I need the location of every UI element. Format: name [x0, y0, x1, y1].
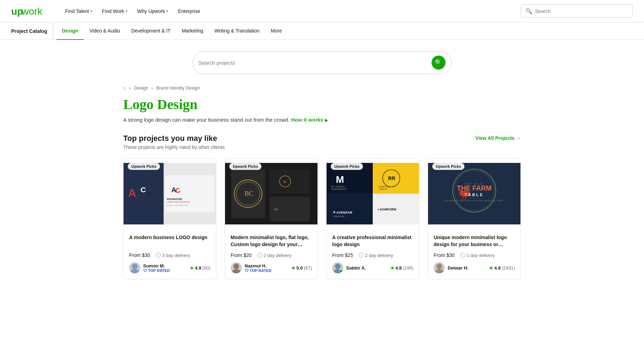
arrow-right-icon: ▶	[325, 118, 328, 123]
card-image: BC BC BC Upwork Picks	[225, 159, 317, 229]
avatar	[231, 262, 242, 273]
section-title: Top projects you may like	[123, 134, 225, 143]
header-search-bar[interactable]: 🔍	[521, 5, 633, 17]
page-description: A strong logo design can make your busin…	[123, 117, 521, 123]
header-search-input[interactable]	[535, 8, 628, 14]
star-icon: ★	[190, 265, 194, 271]
card-meta: From $25 i 2 day delivery	[332, 252, 413, 258]
svg-text:INVESTMENTS: INVESTMENTS	[331, 188, 346, 190]
breadcrumb-home[interactable]: ⌂	[123, 85, 126, 91]
card-meta: From $30 i 1 day delivery	[434, 252, 515, 258]
card-footer: Delwar H. ★ 4.8 (2431)	[434, 262, 515, 273]
seller-name: Delwar H.	[448, 265, 486, 271]
svg-point-26	[233, 264, 239, 269]
catalog-label: Project Catalog	[11, 23, 54, 40]
top-rated-badge: 🛡 TOP RATED	[245, 268, 288, 273]
main-content: 🔍 ⌂ » Design » Brand Identity Design Log…	[112, 40, 532, 291]
card-price: From $20	[231, 252, 252, 258]
svg-point-14	[132, 264, 138, 269]
svg-text:work: work	[21, 6, 43, 17]
section-header: Top projects you may like These projects…	[123, 134, 521, 150]
breadcrumb-design[interactable]: Design	[134, 85, 148, 91]
star-icon: ★	[390, 265, 394, 271]
upwork-picks-badge: Upwork Picks	[229, 163, 261, 170]
svg-text:CELEBRATING AUSTRALIAN AGRICUL: CELEBRATING AUSTRALIAN AGRICULTURE	[444, 200, 504, 202]
svg-text:BC: BC	[283, 180, 287, 184]
search-bar: 🔍	[192, 51, 451, 74]
svg-text:TABLE: TABLE	[465, 193, 484, 197]
cat-item-design[interactable]: Design	[56, 22, 84, 40]
nav-why-upwork[interactable]: Why Upwork ▾	[133, 6, 172, 17]
svg-rect-21	[270, 169, 310, 194]
section-title-area: Top projects you may like These projects…	[123, 134, 225, 150]
svg-point-43	[334, 269, 342, 273]
top-rated-badge: 🛡 TOP RATED	[143, 268, 187, 273]
how-it-works-link[interactable]: How it works ▶	[291, 117, 328, 123]
shield-icon: 🛡	[143, 268, 147, 273]
header: up work Find Talent ▾ Find Work ▾ Why Up…	[0, 0, 644, 22]
section-subtitle: These projects are highly rated by other…	[123, 144, 225, 150]
card-delivery: i 2 day delivery	[359, 253, 393, 258]
nav-enterprise[interactable]: Enterprise	[174, 6, 204, 17]
cat-item-more[interactable]: More	[265, 22, 288, 40]
project-card[interactable]: BC BC BC Upwork Picks Modern minimalist …	[225, 158, 318, 279]
project-card[interactable]: A C ADVANCED LASER RESTORATION WHERE OLD…	[123, 158, 216, 279]
card-price: From $30	[434, 252, 455, 258]
card-title: Modern minimalist logo, flat logo, Custo…	[231, 234, 312, 248]
rating: ★ 4.8 (2431)	[489, 265, 515, 271]
card-body: Unique modern minimalist logo design for…	[428, 229, 520, 279]
project-card[interactable]: EST 2015 THE FARM TABLE CELEBRATING AUST…	[428, 158, 521, 279]
category-nav: Project Catalog Design Video & Audio Dev…	[0, 22, 644, 40]
logo[interactable]: up work	[11, 6, 47, 17]
view-all-link[interactable]: View All Projects →	[475, 134, 521, 141]
seller-info: Nazmul H. 🛡 TOP RATED	[245, 263, 288, 273]
seller-info: Sabbir A.	[346, 265, 387, 271]
svg-point-27	[232, 269, 240, 273]
rating: ★ 5.0 (67)	[291, 265, 312, 271]
seller-info: Delwar H.	[448, 265, 486, 271]
svg-text:REPOSO: REPOSO	[379, 188, 387, 190]
seller-name: Nazmul H.	[245, 263, 288, 268]
svg-rect-4	[165, 175, 215, 212]
avatar	[129, 262, 140, 273]
nav-find-talent[interactable]: Find Talent ▾	[61, 6, 96, 17]
svg-text:✈ AVENFAR: ✈ AVENFAR	[333, 210, 352, 214]
card-body: A modern business LOGO design From $30 i…	[124, 229, 216, 279]
svg-text:A: A	[128, 187, 136, 199]
card-price: From $25	[332, 252, 353, 258]
svg-text:R: R	[147, 190, 152, 198]
cards-grid: A C ADVANCED LASER RESTORATION WHERE OLD…	[123, 158, 521, 279]
svg-rect-30	[327, 194, 373, 224]
search-button[interactable]: 🔍	[432, 56, 446, 70]
svg-text:MT. VERNON: MT. VERNON	[331, 185, 344, 188]
svg-text:M: M	[336, 174, 344, 185]
card-footer: Sabbir A. ★ 4.8 (195)	[332, 262, 413, 273]
search-input[interactable]	[198, 60, 429, 66]
card-image: EST 2015 THE FARM TABLE CELEBRATING AUST…	[428, 159, 520, 229]
svg-text:≡ KOMFORM: ≡ KOMFORM	[377, 208, 396, 211]
cat-item-marketing[interactable]: Marketing	[176, 22, 209, 40]
card-price: From $30	[129, 252, 150, 258]
svg-text:ADVENTURE: ADVENTURE	[333, 215, 345, 217]
svg-point-42	[335, 264, 341, 269]
breadcrumb: ⌂ » Design » Brand Identity Design	[123, 85, 521, 91]
card-footer: Nazmul H. 🛡 TOP RATED ★ 5.0 (67)	[231, 262, 312, 273]
card-title: Unique modern minimalist logo design for…	[434, 234, 515, 248]
svg-text:LASER RESTORATION: LASER RESTORATION	[167, 201, 190, 203]
svg-text:BC: BC	[274, 208, 279, 211]
clock-icon: i	[460, 253, 465, 258]
svg-text:BC: BC	[244, 190, 253, 197]
card-image: A C ADVANCED LASER RESTORATION WHERE OLD…	[124, 159, 216, 229]
avatar	[332, 262, 343, 273]
upwork-picks-badge: Upwork Picks	[432, 163, 464, 170]
svg-text:THE FARM: THE FARM	[457, 184, 492, 192]
cat-item-video-audio[interactable]: Video & Audio	[84, 22, 126, 40]
seller-info: Sumon M. 🛡 TOP RATED	[143, 263, 187, 273]
cat-item-writing[interactable]: Writing & Translation	[209, 22, 265, 40]
svg-text:RR: RR	[388, 175, 395, 181]
breadcrumb-sep-2: »	[151, 85, 154, 91]
nav-find-work[interactable]: Find Work ▾	[98, 6, 132, 17]
cat-item-dev-it[interactable]: Development & IT	[126, 22, 176, 40]
svg-text:REMINGTON: REMINGTON	[378, 186, 390, 188]
project-card[interactable]: M MT. VERNON INVESTMENTS RR REMINGTON RE…	[326, 158, 419, 279]
